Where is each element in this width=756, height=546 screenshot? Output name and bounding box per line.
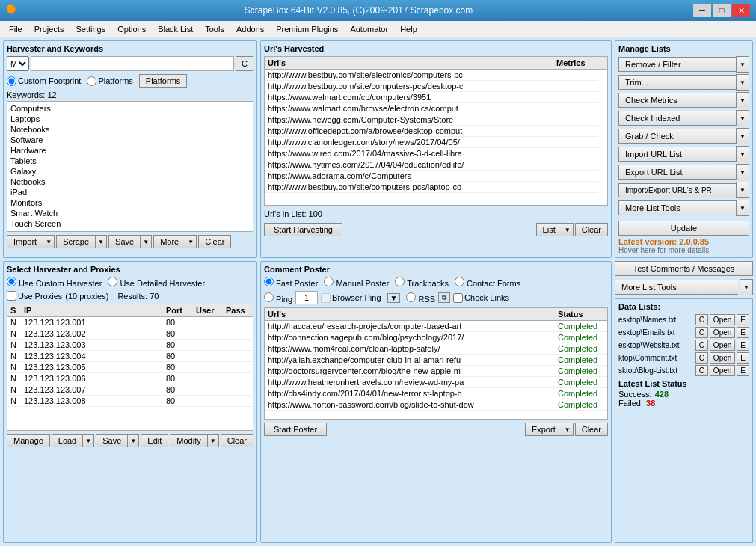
table-row[interactable]: http://cbs4indy.com/2017/04/01/new-terro… [265,388,607,399]
radio-fast[interactable] [264,277,274,286]
table-row[interactable]: N123.123.123.00280 [7,328,253,340]
scrape-button[interactable]: Scrape [56,235,95,248]
start-harvesting-button[interactable]: Start Harvesting [264,223,342,236]
keyword-item[interactable]: Galaxy [9,166,251,177]
table-row[interactable]: N123.123.123.00780 [7,384,253,396]
keyword-item[interactable]: Touch Screen [9,218,251,229]
keyword-item[interactable]: Monitors [9,197,251,208]
data-list-e-btn[interactable]: E [737,365,749,376]
check-links-label[interactable]: Check Links [453,293,509,303]
data-list-c-btn[interactable]: C [695,365,708,376]
table-row[interactable]: http://yallah.exchange/computer-club-in-… [265,355,607,366]
proxy-clear-button[interactable]: Clear [221,434,253,447]
keyword-item[interactable]: Hardware [9,145,251,156]
table-row[interactable]: https://www.walmart.com/cp/computers/395… [265,92,607,103]
table-row[interactable]: https://www.norton-password.com/blog/sli… [265,399,607,411]
data-list-c-btn[interactable]: C [695,340,708,351]
menu-help[interactable]: Help [394,23,423,35]
platforms-button[interactable]: Platforms [139,74,187,88]
export-url-list-button[interactable]: Export URL List [618,165,736,180]
data-list-c-btn[interactable]: C [695,352,708,364]
data-list-e-btn[interactable]: E [737,352,749,364]
radio-custom-harvester[interactable] [7,277,16,286]
menu-tools[interactable]: Tools [199,23,230,35]
proxy-edit-button[interactable]: Edit [141,434,168,447]
trim-button[interactable]: Trim... [618,75,736,90]
menu-file[interactable]: File [3,23,28,35]
more-list-tools-arrow[interactable]: ▼ [740,279,753,295]
table-row[interactable]: N123.123.123.00480 [7,351,253,362]
radio-platforms-label[interactable]: Platforms [87,76,132,86]
proxy-save-button[interactable]: Save [96,434,127,447]
import-url-arrow[interactable]: ▼ [736,146,749,162]
c-button[interactable]: C [236,56,253,71]
close-button[interactable]: ✕ [732,4,750,17]
export-arrow[interactable]: ▼ [562,423,574,436]
trim-arrow[interactable]: ▼ [736,74,749,91]
data-list-e-btn[interactable]: E [737,314,749,325]
export-button[interactable]: Export [525,423,562,436]
list-arrow[interactable]: ▼ [562,223,574,236]
scrape-arrow[interactable]: ▼ [95,235,107,248]
keyword-input[interactable] [31,56,234,71]
menu-addons[interactable]: Addons [230,23,270,35]
radio-trackbacks[interactable] [395,277,405,286]
keywords-list[interactable]: Computers Laptops Notebooks Software Har… [7,101,253,232]
radio-manual-label[interactable]: Manual Poster [324,277,389,288]
more-button[interactable]: More [153,235,185,248]
table-row[interactable]: https://www.nytimes.com/2017/04/04/educa… [265,159,607,171]
more-list-tools-arrow[interactable]: ▼ [736,200,749,216]
proxy-load-arrow[interactable]: ▼ [82,434,94,447]
proxy-table-wrap[interactable]: S IP Port User Pass N123.123.123.00180N1… [7,304,253,431]
check-metrics-button[interactable]: Check Metrics [618,93,736,108]
data-list-c-btn[interactable]: C [695,314,708,325]
radio-custom-harvester-label[interactable]: Use Custom Harvester [7,277,102,288]
urls-table-wrap[interactable]: Url's Metrics http://www.bestbuy.com/sit… [264,56,608,206]
table-row[interactable]: https://www.wired.com/2017/04/massive-3-… [265,148,607,159]
engine-select[interactable]: M [7,56,29,71]
test-comments-button[interactable]: Test Comments / Messages [615,261,753,276]
data-list-e-btn[interactable]: E [737,327,749,338]
remove-filter-arrow[interactable]: ▼ [736,56,749,73]
menu-projects[interactable]: Projects [28,23,70,35]
proxy-manage-button[interactable]: Manage [7,434,50,447]
menu-premium[interactable]: Premium Plugins [270,23,344,35]
radio-contact-label[interactable]: Contact Forms [455,277,520,288]
table-row[interactable]: N123.123.123.00380 [7,340,253,351]
radio-custom-label[interactable]: Custom Footprint [7,76,81,86]
save-arrow[interactable]: ▼ [140,235,152,248]
table-row[interactable]: http://connection.sagepub.com/blog/psych… [265,332,607,343]
table-row[interactable]: http://www.bestbuy.com/site/computers-pc… [265,182,607,193]
table-row[interactable]: N123.123.123.00680 [7,373,253,384]
radio-rss[interactable] [406,292,416,302]
proxy-modify-button[interactable]: Modify [170,434,206,447]
data-list-open-btn[interactable]: Open [710,352,735,364]
radio-custom[interactable] [7,76,16,86]
list-button[interactable]: List [536,223,562,236]
radio-rss-label[interactable]: RSS [406,292,435,304]
import-export-pr-button[interactable]: Import/Export URL's & PR [618,183,736,197]
radio-detailed-harvester-label[interactable]: Use Detailed Harvester [108,277,205,288]
table-row[interactable]: https://www.adorama.com/c/Computers [265,171,607,182]
browser-ping-label[interactable]: Browser Ping [321,293,381,303]
check-links-checkbox[interactable] [453,293,463,303]
import-arrow[interactable]: ▼ [43,235,55,248]
table-row[interactable]: N123.123.123.00180 [7,317,253,328]
minimize-button[interactable]: ─ [693,4,711,17]
grab-check-button[interactable]: Grab / Check [618,129,736,144]
menu-settings[interactable]: Settings [70,23,111,35]
urls-clear-button[interactable]: Clear [575,223,608,236]
clear-button[interactable]: Clear [198,235,231,248]
table-row[interactable]: https://www.mom4real.com/clean-laptop-sa… [265,343,607,355]
table-row[interactable]: http://www.heatheronhertravels.com/revie… [265,377,607,388]
bottom-more-list-tools-button[interactable]: More List Tools [615,280,738,295]
browser-ping-checkbox[interactable] [321,293,331,303]
table-row[interactable]: http://doctorsurgerycenter.com/blog/the-… [265,366,607,377]
radio-trackbacks-label[interactable]: Trackbacks [395,277,449,288]
table-row[interactable]: N123.123.123.00580 [7,362,253,373]
keyword-item[interactable]: Laptops [9,114,251,124]
ping-input[interactable]: 1 [295,291,318,304]
save-button[interactable]: Save [108,235,140,248]
maximize-button[interactable]: □ [713,4,731,17]
check-indexed-arrow[interactable]: ▼ [736,110,749,126]
